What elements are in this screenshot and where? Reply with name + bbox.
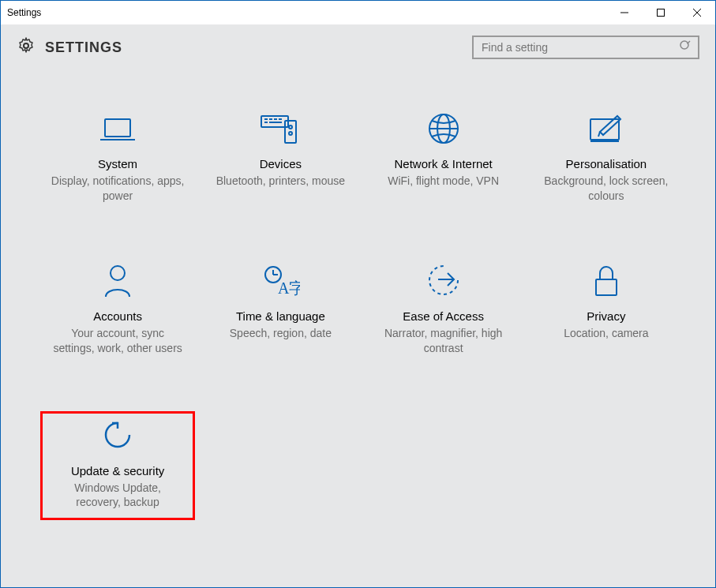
tile-personalisation[interactable]: Personalisation Background, lock screen,… xyxy=(529,107,684,212)
person-icon xyxy=(103,262,133,298)
tile-subtitle: Display, notifications, apps, power xyxy=(51,174,185,204)
tile-subtitle: Speech, region, date xyxy=(230,326,332,341)
svg-point-25 xyxy=(111,266,125,280)
laptop-icon xyxy=(97,110,138,146)
close-button[interactable] xyxy=(679,1,715,24)
tile-title: Ease of Access xyxy=(403,309,484,323)
window-controls xyxy=(606,1,715,24)
svg-rect-1 xyxy=(658,9,665,17)
tile-title: Update & security xyxy=(71,464,164,478)
page-title: SETTINGS xyxy=(45,39,122,56)
header: SETTINGS xyxy=(1,24,715,67)
tile-subtitle: Bluetooth, printers, mouse xyxy=(216,174,345,189)
tile-ease-of-access[interactable]: Ease of Access Narrator, magnifier, high… xyxy=(366,259,521,364)
svg-point-4 xyxy=(24,43,28,48)
maximize-button[interactable] xyxy=(643,1,679,24)
tile-system[interactable]: System Display, notifications, apps, pow… xyxy=(40,107,195,212)
tile-subtitle: Location, camera xyxy=(564,326,648,341)
search-icon xyxy=(679,39,692,55)
ease-of-access-icon xyxy=(425,262,462,298)
tile-title: Accounts xyxy=(93,309,142,323)
svg-rect-22 xyxy=(590,119,619,140)
minimize-button[interactable] xyxy=(606,1,643,24)
tile-update-security[interactable]: Update & security Windows Update, recove… xyxy=(40,411,195,521)
settings-grid: System Display, notifications, apps, pow… xyxy=(1,67,715,587)
update-icon xyxy=(99,417,136,453)
paint-icon xyxy=(586,110,627,146)
svg-rect-31 xyxy=(596,279,617,295)
gear-icon xyxy=(17,36,36,58)
svg-line-24 xyxy=(598,132,600,137)
tile-title: Time & language xyxy=(236,309,325,323)
tile-time-language[interactable]: A字 Time & language Speech, region, date xyxy=(203,259,358,364)
time-language-icon: A字 xyxy=(261,262,300,298)
tile-privacy[interactable]: Privacy Location, camera xyxy=(529,259,684,364)
settings-window: Settings SETTINGS xyxy=(0,0,716,588)
svg-rect-7 xyxy=(105,119,130,137)
lock-icon xyxy=(591,262,621,298)
search-input[interactable] xyxy=(480,40,679,54)
titlebar: Settings xyxy=(1,1,715,24)
globe-icon xyxy=(426,110,461,146)
tile-subtitle: Background, lock screen, colours xyxy=(539,174,673,204)
svg-text:A字: A字 xyxy=(278,279,300,297)
tile-title: System xyxy=(98,157,137,170)
tile-subtitle: WiFi, flight mode, VPN xyxy=(388,174,499,189)
svg-point-5 xyxy=(680,41,688,49)
tile-network[interactable]: Network & Internet WiFi, flight mode, VP… xyxy=(366,107,521,212)
svg-point-18 xyxy=(289,132,292,135)
svg-point-17 xyxy=(289,125,292,129)
tile-devices[interactable]: Devices Bluetooth, printers, mouse xyxy=(203,107,358,212)
tile-subtitle: Narrator, magnifier, high contrast xyxy=(377,326,511,356)
tile-title: Privacy xyxy=(587,309,625,323)
tile-title: Personalisation xyxy=(566,157,647,170)
tile-subtitle: Windows Update, recovery, backup xyxy=(51,481,185,511)
devices-icon xyxy=(258,110,302,146)
search-box[interactable] xyxy=(472,36,699,59)
tile-title: Devices xyxy=(260,157,302,170)
tile-accounts[interactable]: Accounts Your account, sync settings, wo… xyxy=(40,259,195,364)
tile-subtitle: Your account, sync settings, work, other… xyxy=(51,326,185,356)
tile-title: Network & Internet xyxy=(395,157,493,170)
window-title: Settings xyxy=(7,7,41,18)
